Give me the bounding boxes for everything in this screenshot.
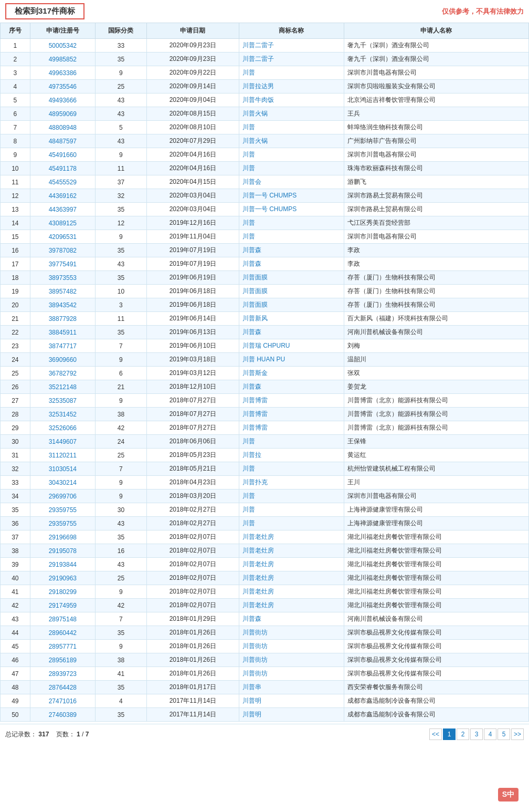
cell-trademark-name[interactable]: 川普街坊 [239,667,344,681]
trademark-link[interactable]: 川普二雷子 [242,55,274,63]
cell-trademark-name[interactable]: 川普 [239,462,344,476]
cell-reg-num[interactable]: 48487597 [30,134,95,148]
cell-trademark-name[interactable]: 川普会 [239,175,344,189]
reg-num-link[interactable]: 36909660 [49,356,77,363]
cell-reg-num[interactable]: 32526066 [30,421,95,435]
trademark-link[interactable]: 川普 [242,506,255,513]
trademark-link[interactable]: 川普老灶房 [242,547,274,554]
cell-reg-num[interactable]: 45491178 [30,162,95,175]
trademark-link[interactable]: 川普森 [242,246,261,254]
cell-trademark-name[interactable]: 川普 [239,503,344,517]
cell-reg-num[interactable]: 29195078 [30,544,95,558]
cell-trademark-name[interactable]: 川普 HUAN PU [239,353,344,367]
cell-trademark-name[interactable]: 川普老灶房 [239,571,344,585]
cell-reg-num[interactable]: 39775491 [30,257,95,271]
trademark-link[interactable]: 川普火锅 [242,110,268,117]
reg-num-link[interactable]: 43089125 [49,220,77,227]
reg-num-link[interactable]: 29359755 [49,520,77,527]
reg-num-link[interactable]: 29195078 [49,547,77,555]
cell-trademark-name[interactable]: 川普火锅 [239,134,344,148]
cell-trademark-name[interactable]: 川普二雷子 [239,53,344,66]
trademark-link[interactable]: 川普 [242,438,255,445]
trademark-link[interactable]: 川普 HUAN PU [242,356,285,363]
reg-num-link[interactable]: 45491660 [49,151,77,159]
cell-reg-num[interactable]: 38845911 [30,326,95,339]
cell-reg-num[interactable]: 29359755 [30,517,95,530]
reg-num-link[interactable]: 27460389 [49,711,77,719]
reg-num-link[interactable]: 49735546 [49,83,77,90]
reg-num-link[interactable]: 28960442 [49,629,77,637]
cell-trademark-name[interactable]: 川普拉 [239,449,344,462]
reg-num-link[interactable]: 28764428 [49,684,77,691]
cell-reg-num[interactable]: 32531452 [30,408,95,421]
trademark-link[interactable]: 川普 [242,69,255,76]
cell-reg-num[interactable]: 38957482 [30,285,95,298]
reg-num-link[interactable]: 45491178 [49,165,77,172]
cell-reg-num[interactable]: 42096531 [30,230,95,244]
trademark-link[interactable]: 川普串 [242,683,261,691]
cell-trademark-name[interactable]: 川普老灶房 [239,585,344,599]
prev-btn[interactable]: << [429,728,442,740]
trademark-link[interactable]: 川普博雷 [242,424,268,431]
reg-num-link[interactable]: 48487597 [49,138,77,145]
cell-trademark-name[interactable]: 川普博雷 [239,394,344,408]
reg-num-link[interactable]: 38973553 [49,274,77,282]
trademark-link[interactable]: 川普明 [242,697,261,704]
trademark-link[interactable]: 川普街坊 [242,642,268,650]
cell-reg-num[interactable]: 49735546 [30,80,95,93]
cell-reg-num[interactable]: 29190963 [30,571,95,585]
cell-reg-num[interactable]: 49493666 [30,93,95,107]
reg-num-link[interactable]: 28975148 [49,616,77,623]
cell-trademark-name[interactable]: 川普面膜 [239,271,344,285]
reg-num-link[interactable]: 29193844 [49,561,77,568]
cell-trademark-name[interactable]: 川普面膜 [239,285,344,298]
cell-trademark-name[interactable]: 川普 [239,121,344,134]
cell-trademark-name[interactable]: 川普面膜 [239,298,344,312]
cell-trademark-name[interactable]: 川普牛肉饭 [239,93,344,107]
trademark-link[interactable]: 川普瑞 CHPURU [242,342,290,349]
trademark-link[interactable]: 川普斯金 [242,369,268,377]
trademark-link[interactable]: 川普拉 [242,451,261,459]
reg-num-link[interactable]: 29699706 [49,493,77,500]
trademark-link[interactable]: 川普会 [242,178,261,185]
cell-trademark-name[interactable]: 川普街坊 [239,640,344,653]
reg-num-link[interactable]: 44363997 [49,206,77,213]
cell-trademark-name[interactable]: 川普 [239,435,344,449]
trademark-link[interactable]: 川普街坊 [242,629,268,636]
cell-trademark-name[interactable]: 川普瑞 CHPURU [239,339,344,353]
trademark-link[interactable]: 川普明 [242,711,261,718]
trademark-link[interactable]: 川普火锅 [242,137,268,144]
cell-reg-num[interactable]: 48808948 [30,121,95,134]
reg-num-link[interactable]: 42096531 [49,233,77,241]
cell-reg-num[interactable]: 35212148 [30,380,95,394]
cell-trademark-name[interactable]: 川普博雷 [239,421,344,435]
cell-trademark-name[interactable]: 川普 [239,517,344,530]
reg-num-link[interactable]: 38943542 [49,301,77,309]
reg-num-link[interactable]: 28956189 [49,657,77,664]
page-btn-2[interactable]: 2 [457,728,469,740]
reg-num-link[interactable]: 44369162 [49,192,77,200]
reg-num-link[interactable]: 29190963 [49,575,77,582]
reg-num-link[interactable]: 45455529 [49,179,77,186]
cell-trademark-name[interactable]: 川普斯金 [239,367,344,380]
cell-reg-num[interactable]: 27460389 [30,708,95,722]
cell-trademark-name[interactable]: 川普森 [239,612,344,626]
cell-reg-num[interactable]: 45455529 [30,175,95,189]
cell-trademark-name[interactable]: 川普森 [239,380,344,394]
cell-reg-num[interactable]: 44369162 [30,189,95,203]
reg-num-link[interactable]: 29196698 [49,534,77,541]
cell-trademark-name[interactable]: 川普老灶房 [239,599,344,612]
cell-trademark-name[interactable]: 川普一号 CHUMPS [239,189,344,203]
page-btn-1[interactable]: 1 [443,728,456,740]
cell-trademark-name[interactable]: 川普 [239,490,344,503]
cell-trademark-name[interactable]: 川普 [239,162,344,175]
cell-reg-num[interactable]: 28975148 [30,612,95,626]
cell-trademark-name[interactable]: 川普 [239,230,344,244]
cell-trademark-name[interactable]: 川普明 [239,708,344,722]
cell-reg-num[interactable]: 30430214 [30,476,95,490]
cell-trademark-name[interactable]: 川普森 [239,244,344,257]
cell-reg-num[interactable]: 27471016 [30,694,95,708]
cell-reg-num[interactable]: 36909660 [30,353,95,367]
trademark-link[interactable]: 川普老灶房 [242,574,274,581]
trademark-link[interactable]: 川普老灶房 [242,588,274,595]
